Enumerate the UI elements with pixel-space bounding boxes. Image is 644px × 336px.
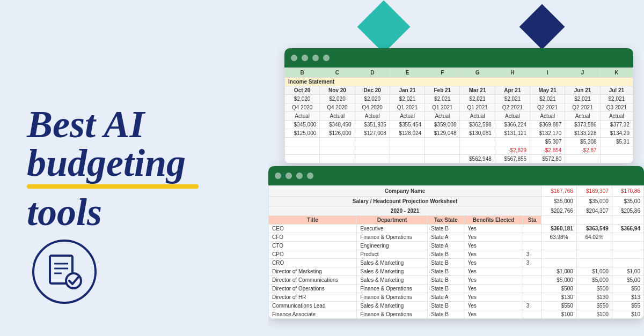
table-row: Director of Operations Finance & Operati… bbox=[269, 285, 644, 293]
col-header-i: I bbox=[530, 68, 565, 78]
col-header-d: D bbox=[355, 68, 390, 78]
table-row: Communications Lead Sales & Marketing St… bbox=[269, 302, 644, 310]
company-name-cell: Company Name bbox=[269, 186, 541, 197]
col-state: Sta bbox=[523, 216, 541, 225]
table-row: Director of HR Finance & Operations Stat… bbox=[269, 293, 644, 302]
table-row: CTO Engineering State A Yes bbox=[269, 242, 644, 250]
col-header-j: J bbox=[565, 68, 600, 78]
salary-spreadsheet: Company Name $167,766 $169,307 $170,86 S… bbox=[268, 166, 644, 319]
col-header-f: F bbox=[425, 68, 460, 78]
window-dot-3 bbox=[312, 55, 319, 61]
col-header-c: C bbox=[320, 68, 355, 78]
spreadsheet-top-header-bar bbox=[284, 48, 633, 68]
window-dot-5 bbox=[275, 173, 281, 179]
income-statement-spreadsheet: B C D E F G H I J K Income Statement Oct bbox=[284, 48, 633, 163]
table-row: Director of Communications Sales & Marke… bbox=[269, 276, 644, 285]
col-header-g: G bbox=[460, 68, 495, 78]
right-panel: B C D E F G H I J K Income Statement Oct bbox=[268, 0, 644, 336]
col-header-e: E bbox=[390, 68, 425, 78]
table-row: Director of Marketing Sales & Marketing … bbox=[269, 267, 644, 276]
headline-line3: tools bbox=[27, 191, 102, 234]
icon-circle bbox=[32, 240, 97, 304]
col-header-b: B bbox=[285, 68, 320, 78]
table-row: CFO Finance & Operations State A Yes 63.… bbox=[269, 233, 644, 242]
table-row: Finance Associate Finance & Operations S… bbox=[269, 310, 644, 319]
col-benefits: Benefits Elected bbox=[464, 216, 523, 225]
window-dot-2 bbox=[302, 55, 308, 61]
headline-line1: Best AI bbox=[27, 103, 144, 146]
year-label-cell: 2020 - 2021 bbox=[269, 206, 541, 216]
window-dot-6 bbox=[286, 173, 292, 179]
col-department: Department bbox=[357, 216, 428, 225]
window-dot-8 bbox=[307, 173, 313, 179]
month-oct20: Oct 20 bbox=[285, 86, 320, 95]
income-statement-label: Income Statement bbox=[285, 78, 633, 86]
window-dot-7 bbox=[296, 173, 303, 179]
headline-line2: budgeting bbox=[27, 141, 186, 184]
worksheet-label-cell: Salary / Headcount Projection Worksheet bbox=[269, 197, 541, 206]
col-title: Title bbox=[269, 216, 357, 225]
underline-decoration bbox=[27, 184, 199, 189]
window-dot-1 bbox=[291, 55, 297, 61]
headline: Best AI budgeting tools bbox=[27, 105, 252, 232]
table-row: CPO Product State B Yes 3 bbox=[269, 250, 644, 259]
col-tax-state: Tax State bbox=[428, 216, 464, 225]
spreadsheet-bottom-header-bar bbox=[268, 166, 644, 185]
col-header-k: K bbox=[600, 68, 633, 78]
salary-table: Company Name $167,766 $169,307 $170,86 S… bbox=[268, 185, 644, 319]
table-row: CRO Sales & Marketing State B Yes 3 bbox=[269, 259, 644, 267]
document-check-icon bbox=[46, 253, 83, 290]
left-panel: Best AI budgeting tools bbox=[0, 0, 279, 336]
window-dot-4 bbox=[323, 55, 330, 61]
col-header-h: H bbox=[495, 68, 530, 78]
table-row: CEO Executive State B Yes $360,181 $363,… bbox=[269, 225, 644, 233]
income-statement-table: B C D E F G H I J K Income Statement Oct bbox=[284, 68, 633, 163]
